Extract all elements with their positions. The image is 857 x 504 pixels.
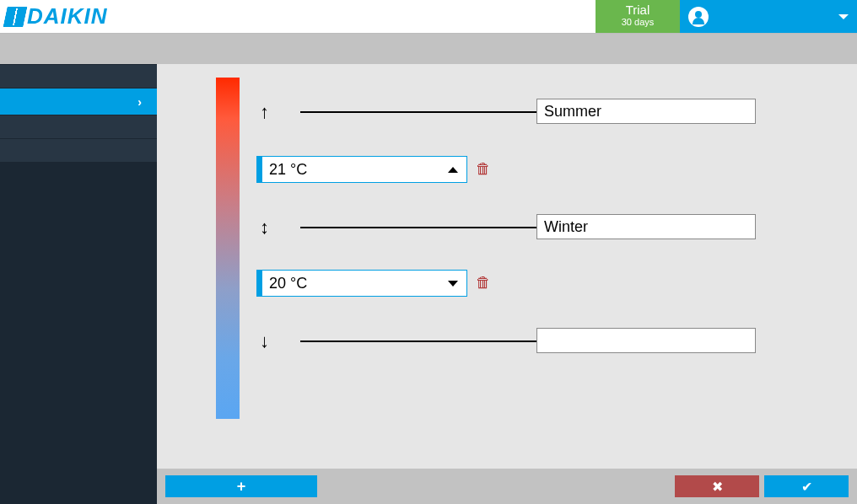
topbar-spacer bbox=[108, 0, 596, 33]
main-panel: ↑ ↕ ↓ 21 °C 🗑 20 °C 🗑 bbox=[157, 64, 857, 504]
select-accent bbox=[257, 271, 262, 296]
trial-days: 30 days bbox=[622, 16, 655, 29]
user-menu[interactable] bbox=[680, 0, 857, 33]
delete-threshold-1[interactable]: 🗑 bbox=[476, 160, 491, 178]
temperature-gradient bbox=[216, 78, 240, 419]
arrow-down-icon: ↓ bbox=[260, 330, 269, 352]
sidebar: › bbox=[0, 64, 157, 504]
connector-line-1 bbox=[300, 111, 536, 113]
toolbar-strip bbox=[0, 34, 857, 64]
sidebar-item-4[interactable] bbox=[0, 138, 157, 162]
sidebar-item-3[interactable] bbox=[0, 115, 157, 138]
top-bar: DAIKIN Trial 30 days bbox=[0, 0, 857, 34]
arrow-updown-icon: ↕ bbox=[260, 217, 269, 239]
trial-badge: Trial 30 days bbox=[596, 0, 680, 33]
sidebar-item-1[interactable] bbox=[0, 64, 157, 88]
check-icon: ✔ bbox=[801, 479, 812, 495]
season-name-input-1[interactable] bbox=[536, 99, 756, 124]
close-icon: ✖ bbox=[712, 479, 723, 495]
brand-text: DAIKIN bbox=[27, 3, 108, 29]
brand-logo: DAIKIN bbox=[0, 0, 108, 33]
connector-line-3 bbox=[300, 340, 536, 342]
brand-mark-icon bbox=[3, 7, 27, 27]
delete-threshold-2[interactable]: 🗑 bbox=[476, 274, 491, 292]
chevron-right-icon: › bbox=[137, 95, 142, 109]
season-name-input-2[interactable] bbox=[536, 214, 756, 239]
footer-bar: + ✖ ✔ bbox=[157, 469, 857, 504]
trial-label: Trial bbox=[626, 3, 650, 16]
threshold-select-1[interactable]: 21 °C bbox=[256, 156, 467, 183]
user-icon bbox=[688, 7, 709, 27]
season-name-input-3[interactable] bbox=[536, 328, 756, 353]
season-editor: ↑ ↕ ↓ 21 °C 🗑 20 °C 🗑 bbox=[174, 69, 840, 457]
trash-icon: 🗑 bbox=[476, 160, 491, 177]
arrow-up-icon: ↑ bbox=[260, 101, 269, 123]
threshold-value-1: 21 °C bbox=[269, 161, 307, 179]
caret-down-icon bbox=[448, 281, 458, 287]
body: › ↑ ↕ ↓ 21 °C 🗑 bbox=[0, 64, 857, 504]
threshold-value-2: 20 °C bbox=[269, 275, 307, 292]
sidebar-spacer bbox=[0, 162, 157, 504]
add-button[interactable]: + bbox=[165, 475, 317, 497]
connector-line-2 bbox=[300, 227, 536, 228]
confirm-button[interactable]: ✔ bbox=[764, 475, 849, 497]
caret-up-icon bbox=[448, 167, 458, 173]
trash-icon: 🗑 bbox=[476, 274, 491, 291]
plus-icon: + bbox=[237, 478, 246, 496]
threshold-select-2[interactable]: 20 °C bbox=[256, 270, 467, 297]
select-accent bbox=[257, 157, 262, 182]
chevron-down-icon bbox=[838, 14, 849, 19]
sidebar-item-active[interactable]: › bbox=[0, 88, 157, 115]
cancel-button[interactable]: ✖ bbox=[675, 475, 759, 497]
